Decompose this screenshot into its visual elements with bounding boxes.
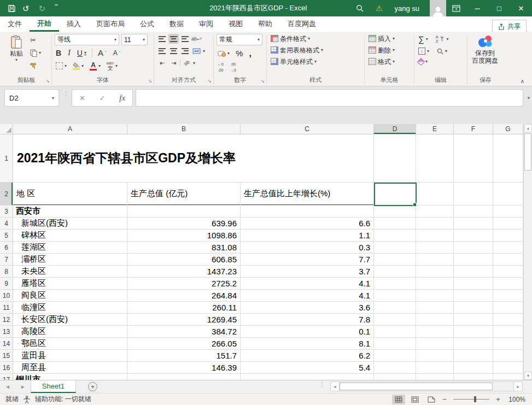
column-header-A[interactable]: A bbox=[13, 124, 127, 134]
wrap-text-icon[interactable]: ab⮐ bbox=[191, 34, 202, 44]
cell-region[interactable]: 蓝田县 bbox=[13, 350, 127, 361]
cell-gdp[interactable]: 1269.45 bbox=[127, 314, 241, 325]
column-header-F[interactable]: F bbox=[454, 124, 493, 134]
cell-growth[interactable]: 8.1 bbox=[241, 338, 374, 349]
cell-growth[interactable]: 3.7 bbox=[241, 266, 374, 277]
zoom-slider-thumb[interactable] bbox=[474, 396, 476, 402]
cell-g[interactable] bbox=[493, 206, 523, 217]
search-icon[interactable] bbox=[350, 0, 370, 16]
align-right-icon[interactable] bbox=[180, 46, 190, 56]
ribbon-display-options-icon[interactable] bbox=[446, 0, 466, 16]
row-header-4[interactable]: 4 bbox=[0, 218, 13, 229]
cell-d[interactable] bbox=[374, 230, 416, 241]
tab-page-layout[interactable]: 页面布局 bbox=[89, 16, 132, 32]
cell-gdp[interactable]: 146.39 bbox=[127, 362, 241, 373]
tab-insert[interactable]: 插入 bbox=[59, 16, 89, 32]
cell-d[interactable] bbox=[374, 302, 416, 313]
cell-f[interactable] bbox=[454, 278, 493, 289]
align-left-icon[interactable] bbox=[157, 46, 167, 56]
cell-growth[interactable]: 5.4 bbox=[241, 362, 374, 373]
header-cell-growth[interactable]: 生产总值比上年增长(%) bbox=[241, 183, 374, 205]
cell-e[interactable] bbox=[416, 218, 454, 229]
cell-e[interactable] bbox=[416, 290, 454, 301]
increase-indent-icon[interactable]: ⇥ bbox=[168, 58, 179, 68]
font-name-select[interactable]: 等线▾ bbox=[55, 34, 119, 45]
cell-d[interactable] bbox=[374, 254, 416, 265]
undo-button[interactable]: ↺▾ bbox=[22, 4, 32, 13]
cell-growth[interactable]: 6.6 bbox=[241, 218, 374, 229]
cell-d[interactable] bbox=[374, 242, 416, 253]
cell-g[interactable] bbox=[493, 302, 523, 313]
column-header-D[interactable]: D bbox=[374, 124, 416, 134]
cell-f[interactable] bbox=[454, 218, 493, 229]
cell-d[interactable] bbox=[374, 218, 416, 229]
row-header-11[interactable]: 11 bbox=[0, 302, 13, 313]
cell-gdp[interactable]: 266.05 bbox=[127, 338, 241, 349]
cell-region[interactable]: 周至县 bbox=[13, 362, 127, 373]
cell-d[interactable] bbox=[374, 374, 416, 380]
selected-cell-D2[interactable] bbox=[374, 183, 416, 205]
cell-f[interactable] bbox=[454, 338, 493, 349]
tab-formulas[interactable]: 公式 bbox=[132, 16, 162, 32]
tab-home[interactable]: 开始 bbox=[30, 16, 59, 32]
cell-d[interactable] bbox=[374, 362, 416, 373]
cell-g[interactable] bbox=[493, 338, 523, 349]
cell-region[interactable]: 碑林区 bbox=[13, 230, 127, 241]
row-header-6[interactable]: 6 bbox=[0, 242, 13, 253]
cell-gdp[interactable]: 384.72 bbox=[127, 326, 241, 337]
conditional-formatting-button[interactable]: 条件格式▾ bbox=[270, 34, 311, 43]
cell-e[interactable] bbox=[416, 350, 454, 361]
zoom-slider[interactable] bbox=[453, 399, 489, 400]
comma-style-icon[interactable]: , bbox=[248, 48, 253, 59]
insert-function-icon[interactable]: fx bbox=[119, 93, 125, 103]
cell-styles-button[interactable]: 单元格样式▾ bbox=[270, 57, 318, 66]
cell-growth[interactable]: 4.1 bbox=[241, 290, 374, 301]
maximize-button[interactable]: □ bbox=[488, 0, 510, 16]
align-top-icon[interactable] bbox=[157, 34, 167, 44]
cell-f[interactable] bbox=[454, 242, 493, 253]
cut-icon[interactable]: ✂ bbox=[29, 36, 42, 45]
delete-cells-button[interactable]: 删除▾ bbox=[367, 45, 396, 55]
cell-e[interactable] bbox=[416, 338, 454, 349]
cell-g[interactable] bbox=[493, 350, 523, 361]
header-cell-region[interactable]: 地 区 bbox=[13, 183, 127, 205]
scroll-up-icon[interactable]: ▲ bbox=[524, 124, 532, 132]
copy-icon[interactable]: ▾ bbox=[29, 48, 42, 58]
number-format-select[interactable]: 常规▾ bbox=[217, 34, 262, 45]
cell-region[interactable]: 高陵区 bbox=[13, 326, 127, 337]
increase-decimal-icon[interactable]: ←0.00 bbox=[217, 61, 225, 73]
warning-icon[interactable]: ⚠ bbox=[370, 0, 389, 16]
cell-growth[interactable] bbox=[241, 374, 374, 380]
close-button[interactable]: ✕ bbox=[510, 0, 532, 16]
phonetic-guide-icon[interactable]: wén文▾ bbox=[106, 60, 119, 72]
account-name[interactable]: yang su bbox=[388, 0, 425, 16]
save-to-baidu-button[interactable]: 保存到百度网盘 bbox=[470, 34, 500, 65]
scroll-down-icon[interactable]: ▼ bbox=[524, 372, 532, 380]
decrease-decimal-icon[interactable]: .00→0 bbox=[229, 61, 237, 73]
row-header-3[interactable]: 3 bbox=[0, 206, 13, 217]
name-box-caret-icon[interactable]: ▾ bbox=[52, 96, 54, 101]
cell-d[interactable] bbox=[374, 266, 416, 277]
cell-e[interactable] bbox=[416, 302, 454, 313]
cell-region[interactable]: 长安区(西安) bbox=[13, 314, 127, 325]
cell-d[interactable] bbox=[374, 206, 416, 217]
cell-d[interactable] bbox=[374, 326, 416, 337]
cell-g[interactable] bbox=[493, 242, 523, 253]
column-header-E[interactable]: E bbox=[416, 124, 454, 134]
borders-icon[interactable]: ▾ bbox=[55, 61, 68, 71]
vertical-scroll-thumb[interactable] bbox=[524, 133, 531, 171]
cell-region[interactable]: 临潼区 bbox=[13, 302, 127, 313]
cell-gdp[interactable]: 260.11 bbox=[127, 302, 241, 313]
cell-region[interactable]: 雁塔区 bbox=[13, 278, 127, 289]
cell-growth[interactable]: 6.2 bbox=[241, 350, 374, 361]
cell-e[interactable] bbox=[416, 254, 454, 265]
cell-gdp[interactable]: 2725.2 bbox=[127, 278, 241, 289]
customize-quick-access-icon[interactable]: ▔▾ bbox=[55, 6, 57, 10]
cell-growth[interactable]: 7.7 bbox=[241, 254, 374, 265]
sheet-nav-left-icon[interactable]: ◄ bbox=[0, 380, 15, 393]
cell-region[interactable]: 西安市 bbox=[13, 206, 127, 217]
page-layout-view-icon[interactable] bbox=[408, 395, 422, 404]
accounting-format-icon[interactable]: ▾ bbox=[217, 49, 231, 58]
align-center-icon[interactable] bbox=[168, 46, 179, 56]
cell-g[interactable] bbox=[493, 254, 523, 265]
